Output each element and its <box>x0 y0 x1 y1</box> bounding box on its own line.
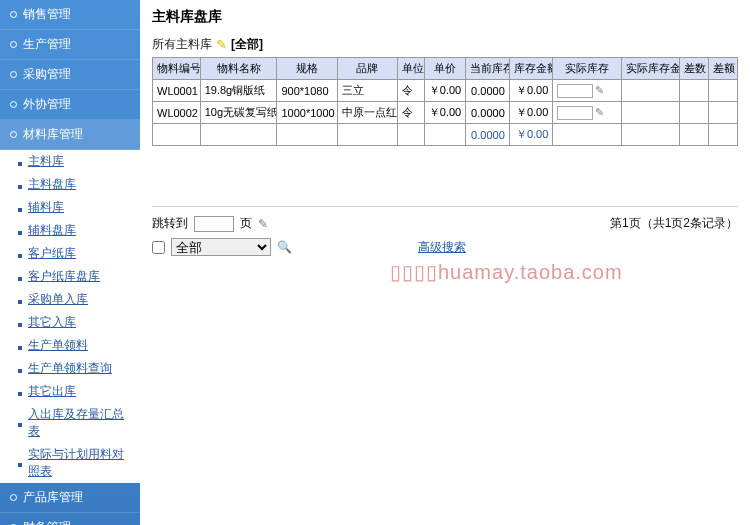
advanced-search-link[interactable]: 高级搜索 <box>418 239 466 256</box>
sidebar-item-1[interactable]: 生产管理 <box>0 30 140 60</box>
sidebar-tail-1[interactable]: 财务管理 <box>0 513 140 525</box>
filter-checkbox[interactable] <box>152 241 165 254</box>
total-cell <box>277 124 337 146</box>
total-cell: ￥0.00 <box>509 124 553 146</box>
submenu-item-9[interactable]: 生产单领料查询 <box>0 357 140 380</box>
table-row: WL000210g无碳复写纸1000*1000中原一点红令￥0.000.0000… <box>153 102 738 124</box>
total-cell <box>337 124 397 146</box>
page-title: 主料库盘库 <box>152 8 738 26</box>
submenu-item-2[interactable]: 辅料库 <box>0 196 140 219</box>
table-header[interactable]: 实际库存金额 <box>621 58 679 80</box>
table-cell: WL0001 <box>153 80 201 102</box>
total-cell <box>397 124 424 146</box>
submenu-item-3[interactable]: 辅料盘库 <box>0 219 140 242</box>
bullet-icon <box>10 494 17 501</box>
table-cell: 10g无碳复写纸 <box>200 102 277 124</box>
table-cell: 0.0000 <box>466 80 510 102</box>
table-cell: 900*1080 <box>277 80 337 102</box>
bullet-icon <box>10 131 17 138</box>
filter-all-link[interactable]: [全部] <box>231 36 263 53</box>
goto-page-input[interactable] <box>194 216 234 232</box>
filter-dropdown[interactable]: 全部 <box>171 238 271 256</box>
filter-row: 所有主料库 ✎ [全部] <box>152 36 738 53</box>
submenu-item-1[interactable]: 主料盘库 <box>0 173 140 196</box>
submenu-item-4[interactable]: 客户纸库 <box>0 242 140 265</box>
table-header[interactable]: 单价 <box>424 58 465 80</box>
search-icon[interactable]: 🔍 <box>277 240 292 254</box>
pencil-icon[interactable]: ✎ <box>595 106 604 119</box>
table-cell: 19.8g铜版纸 <box>200 80 277 102</box>
goto-icon[interactable]: ✎ <box>258 217 268 231</box>
table-cell <box>708 102 737 124</box>
table-header[interactable]: 差数 <box>679 58 708 80</box>
table-cell: 中原一点红 <box>337 102 397 124</box>
submenu-item-12[interactable]: 实际与计划用料对照表 <box>0 443 140 483</box>
menu-label: 外协管理 <box>23 96 71 113</box>
table-header[interactable]: 物料名称 <box>200 58 277 80</box>
filter-row-2: 全部 🔍 高级搜索 <box>152 238 738 256</box>
menu-label: 采购管理 <box>23 66 71 83</box>
pencil-icon[interactable]: ✎ <box>595 84 604 97</box>
bullet-icon <box>10 101 17 108</box>
edit-icon[interactable]: ✎ <box>216 37 227 52</box>
table-header[interactable]: 库存金额 <box>509 58 553 80</box>
table-cell: 0.0000 <box>466 102 510 124</box>
table-row: WL000119.8g铜版纸900*1080三立令￥0.000.0000￥0.0… <box>153 80 738 102</box>
total-cell <box>200 124 277 146</box>
submenu-item-11[interactable]: 入出库及存量汇总表 <box>0 403 140 443</box>
divider <box>152 206 738 207</box>
sidebar-item-2[interactable]: 采购管理 <box>0 60 140 90</box>
total-cell <box>424 124 465 146</box>
actual-stock-cell: ✎ <box>553 80 621 102</box>
table-header[interactable]: 物料编号 <box>153 58 201 80</box>
table-header[interactable]: 实际库存 <box>553 58 621 80</box>
submenu-item-8[interactable]: 生产单领料 <box>0 334 140 357</box>
actual-stock-cell: ✎ <box>553 102 621 124</box>
total-cell <box>621 124 679 146</box>
pagination-info: 第1页（共1页2条记录） <box>610 215 738 232</box>
table-cell <box>621 102 679 124</box>
sidebar-item-0[interactable]: 销售管理 <box>0 0 140 30</box>
total-cell <box>153 124 201 146</box>
table-cell <box>708 80 737 102</box>
table-cell: WL0002 <box>153 102 201 124</box>
bullet-icon <box>10 71 17 78</box>
table-header[interactable]: 规格 <box>277 58 337 80</box>
total-row: 0.0000￥0.00 <box>153 124 738 146</box>
table-cell: 三立 <box>337 80 397 102</box>
total-cell: 0.0000 <box>466 124 510 146</box>
table-cell: ￥0.00 <box>424 102 465 124</box>
submenu-item-0[interactable]: 主料库 <box>0 150 140 173</box>
table-header[interactable]: 当前库存 <box>466 58 510 80</box>
submenu: 主料库主料盘库辅料库辅料盘库客户纸库客户纸库盘库采购单入库其它入库生产单领料生产… <box>0 150 140 483</box>
filter-label: 所有主料库 <box>152 36 212 53</box>
sidebar-tail-0[interactable]: 产品库管理 <box>0 483 140 513</box>
submenu-item-5[interactable]: 客户纸库盘库 <box>0 265 140 288</box>
pagination-row: 跳转到 页 ✎ 第1页（共1页2条记录） <box>152 215 738 232</box>
actual-stock-input[interactable] <box>557 84 593 98</box>
sidebar-item-3[interactable]: 外协管理 <box>0 90 140 120</box>
actual-stock-input[interactable] <box>557 106 593 120</box>
submenu-item-6[interactable]: 采购单入库 <box>0 288 140 311</box>
page-unit: 页 <box>240 215 252 232</box>
table-header[interactable]: 品牌 <box>337 58 397 80</box>
total-cell <box>553 124 621 146</box>
table-header[interactable]: 单位 <box>397 58 424 80</box>
menu-label: 财务管理 <box>23 519 71 525</box>
menu-label: 材料库管理 <box>23 126 83 143</box>
total-cell <box>679 124 708 146</box>
sidebar: 销售管理生产管理采购管理外协管理材料库管理 主料库主料盘库辅料库辅料盘库客户纸库… <box>0 0 140 525</box>
table-cell <box>679 80 708 102</box>
inventory-table: 物料编号物料名称规格品牌单位单价当前库存库存金额实际库存实际库存金额差数差额 W… <box>152 57 738 146</box>
table-cell: 1000*1000 <box>277 102 337 124</box>
table-cell: ￥0.00 <box>509 102 553 124</box>
table-header[interactable]: 差额 <box>708 58 737 80</box>
submenu-item-7[interactable]: 其它入库 <box>0 311 140 334</box>
table-cell <box>621 80 679 102</box>
table-cell: 令 <box>397 80 424 102</box>
watermark: ▯▯▯▯huamay.taoba.com <box>390 260 623 284</box>
goto-label: 跳转到 <box>152 215 188 232</box>
total-cell <box>708 124 737 146</box>
sidebar-item-4[interactable]: 材料库管理 <box>0 120 140 150</box>
submenu-item-10[interactable]: 其它出库 <box>0 380 140 403</box>
